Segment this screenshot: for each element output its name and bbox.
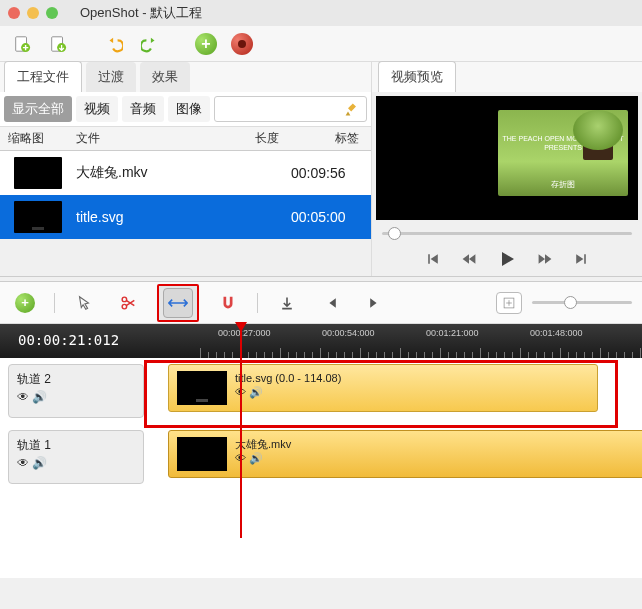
tab-video-preview[interactable]: 视频预览	[378, 61, 456, 92]
clip-status-icons: 👁 🔊	[235, 451, 291, 465]
eye-icon[interactable]: 👁	[17, 456, 29, 470]
col-file[interactable]: 文件	[76, 130, 255, 147]
import-button[interactable]: +	[192, 30, 220, 58]
plus-circle-icon: +	[195, 33, 217, 55]
ruler-mark: 00:01:48:000	[530, 328, 583, 338]
page-down-icon	[49, 35, 67, 53]
video-preview-viewport[interactable]: THE PEACH OPEN MOVIE PROJECTPRESENTS 存折图	[376, 96, 638, 220]
col-thumb[interactable]: 缩略图	[0, 130, 76, 147]
project-filter-bar: 显示全部 视频 音频 图像	[0, 92, 371, 127]
filter-image[interactable]: 图像	[168, 96, 210, 122]
filter-show-all[interactable]: 显示全部	[4, 96, 72, 122]
speaker-icon[interactable]: 🔊	[249, 452, 263, 464]
add-track-button[interactable]: +	[10, 288, 40, 318]
file-name: 大雄兔.mkv	[76, 164, 291, 182]
record-button[interactable]	[228, 30, 256, 58]
file-name: title.svg	[76, 209, 291, 225]
marker-down-icon	[279, 295, 295, 311]
scissors-icon	[119, 294, 137, 312]
project-search-input[interactable]	[214, 96, 367, 122]
tab-transitions[interactable]: 过渡	[86, 62, 136, 92]
new-project-button[interactable]	[8, 30, 36, 58]
track-icons: 👁 🔊	[17, 456, 135, 470]
project-tabs: 工程文件 过渡 效果	[0, 62, 371, 92]
speaker-icon[interactable]: 🔊	[32, 456, 47, 470]
undo-button[interactable]	[100, 30, 128, 58]
fast-forward-icon[interactable]	[537, 251, 553, 267]
file-length: 00:09:56	[291, 165, 371, 181]
filter-audio[interactable]: 音频	[122, 96, 164, 122]
resize-tool[interactable]	[163, 288, 193, 318]
razor-tool[interactable]	[113, 288, 143, 318]
clip-title: 大雄兔.mkv	[235, 437, 291, 451]
clip-thumbnail	[177, 437, 227, 471]
speaker-icon[interactable]: 🔊	[32, 390, 47, 404]
project-table-header: 缩略图 文件 长度 标签	[0, 127, 371, 151]
next-marker-button[interactable]	[360, 288, 390, 318]
project-panel: 工程文件 过渡 效果 显示全部 视频 音频 图像 缩略图 文件 长度 标签 大雄…	[0, 62, 372, 276]
track-row[interactable]: 轨道 2 👁 🔊 title.svg (0.0 - 114.08) 👁 🔊	[0, 358, 642, 424]
prev-marker-button[interactable]	[316, 288, 346, 318]
highlighted-tool-group	[157, 284, 199, 322]
timeline-clip[interactable]: title.svg (0.0 - 114.08) 👁 🔊	[168, 364, 598, 412]
pointer-tool[interactable]	[69, 288, 99, 318]
speaker-icon[interactable]: 🔊	[249, 386, 263, 398]
clip-status-icons: 👁 🔊	[235, 385, 341, 399]
magnet-icon	[219, 294, 237, 312]
preview-tabs: 视频预览	[372, 62, 642, 92]
save-project-button[interactable]	[44, 30, 72, 58]
redo-icon	[141, 35, 159, 53]
track-label: 轨道 2	[17, 371, 135, 388]
zoom-knob[interactable]	[564, 296, 577, 309]
ruler-mark: 00:01:21:000	[426, 328, 479, 338]
snap-tool[interactable]	[213, 288, 243, 318]
tab-project-files[interactable]: 工程文件	[4, 61, 82, 92]
preview-panel: 视频预览 THE PEACH OPEN MOVIE PROJECTPRESENT…	[372, 62, 642, 276]
center-playhead-button[interactable]	[496, 292, 522, 314]
preview-caption: THE PEACH OPEN MOVIE PROJECTPRESENTS	[498, 134, 628, 152]
file-length: 00:05:00	[291, 209, 371, 225]
eye-icon[interactable]: 👁	[17, 390, 29, 404]
page-plus-icon	[13, 35, 31, 53]
skip-prev-icon	[323, 295, 339, 311]
seek-knob[interactable]	[388, 227, 401, 240]
minimize-window-button[interactable]	[27, 7, 39, 19]
track-label: 轨道 1	[17, 437, 135, 454]
skip-start-icon[interactable]	[425, 251, 441, 267]
project-file-row[interactable]: title.svg 00:05:00	[0, 195, 371, 239]
project-file-row[interactable]: 大雄兔.mkv 00:09:56	[0, 151, 371, 195]
window-title: OpenShot - 默认工程	[80, 4, 202, 22]
filter-video[interactable]: 视频	[76, 96, 118, 122]
timeline-timecode: 00:00:21:012	[18, 332, 119, 348]
rewind-icon[interactable]	[461, 251, 477, 267]
add-marker-button[interactable]	[272, 288, 302, 318]
broom-icon	[344, 101, 360, 117]
preview-controls	[372, 242, 642, 276]
ruler-mark: 00:00:54:000	[322, 328, 375, 338]
file-thumbnail	[14, 157, 62, 189]
col-tags[interactable]: 标签	[335, 130, 371, 147]
skip-next-icon	[367, 295, 383, 311]
play-icon[interactable]	[497, 249, 517, 269]
ruler-mark: 00:00:27:000	[218, 328, 271, 338]
tracks-area: 轨道 2 👁 🔊 title.svg (0.0 - 114.08) 👁 🔊 轨道…	[0, 358, 642, 578]
timeline-ruler[interactable]: 00:00:21:012 00:00:27:000 00:00:54:000 0…	[0, 324, 642, 358]
zoom-slider[interactable]	[532, 301, 632, 304]
preview-subtitle: 存折图	[498, 179, 628, 190]
col-length[interactable]: 长度	[255, 130, 335, 147]
track-header[interactable]: 轨道 1 👁 🔊	[8, 430, 144, 484]
record-circle-icon	[231, 33, 253, 55]
track-header[interactable]: 轨道 2 👁 🔊	[8, 364, 144, 418]
redo-button[interactable]	[136, 30, 164, 58]
titlebar: OpenShot - 默认工程	[0, 0, 642, 26]
preview-seek-slider[interactable]	[372, 224, 642, 242]
playhead[interactable]	[240, 324, 242, 538]
file-thumbnail	[14, 201, 62, 233]
main-toolbar: +	[0, 26, 642, 62]
track-row[interactable]: 轨道 1 👁 🔊 大雄兔.mkv 👁 🔊	[0, 424, 642, 490]
skip-end-icon[interactable]	[573, 251, 589, 267]
cursor-icon	[75, 294, 93, 312]
tab-effects[interactable]: 效果	[140, 62, 190, 92]
maximize-window-button[interactable]	[46, 7, 58, 19]
close-window-button[interactable]	[8, 7, 20, 19]
